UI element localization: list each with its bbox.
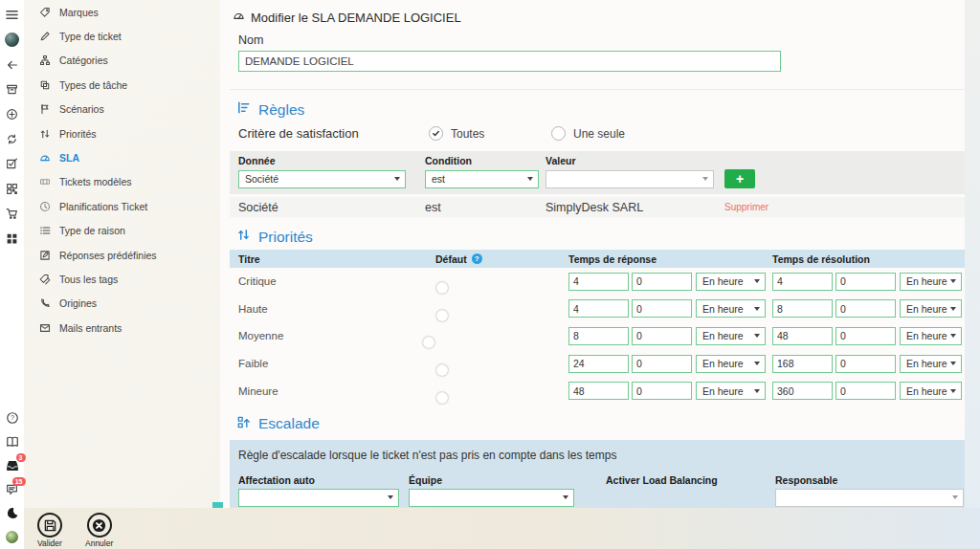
radio-option-une-seule[interactable]: Une seule — [551, 126, 674, 141]
name-input[interactable] — [238, 51, 781, 72]
clock-icon — [39, 201, 51, 212]
sidebar-item-priorit-s[interactable]: Priorités — [24, 121, 220, 145]
donnee-select[interactable]: Société — [238, 170, 406, 188]
inbox-icon[interactable]: 3 — [5, 458, 20, 472]
priorities-icon — [236, 228, 251, 246]
response-minutes-input[interactable] — [632, 327, 692, 345]
resolution-unit-select[interactable]: En heure — [900, 355, 962, 373]
edit-check-icon[interactable] — [5, 157, 20, 171]
radio-icon[interactable] — [551, 126, 566, 141]
apps-grid-icon[interactable] — [5, 231, 20, 246]
criteria-label: Critère de satisfaction — [238, 126, 429, 141]
sidebar-item-sla[interactable]: SLA — [24, 145, 220, 169]
ticket-icon — [39, 31, 51, 42]
response-unit-select[interactable]: En heure — [696, 299, 766, 318]
sidebar-item-tous-les-tags[interactable]: Tous les tags — [24, 267, 220, 291]
resolution-minutes-input[interactable] — [835, 273, 896, 291]
response-hours-input[interactable] — [568, 355, 629, 373]
add-rule-button[interactable] — [724, 169, 755, 188]
response-minutes-input[interactable] — [632, 355, 692, 373]
col-titre: Titre — [238, 253, 435, 265]
sidebar-item-label: Tickets modèles — [59, 176, 131, 187]
resolution-unit-select[interactable]: En heure — [900, 299, 962, 318]
rule-donnee: Société — [238, 201, 425, 214]
rules-icon — [236, 100, 251, 119]
sidebar-item-origines[interactable]: Origines — [24, 292, 220, 316]
admin-sidebar: Marques Type de ticket Catégories Types … — [24, 0, 220, 549]
resolution-minutes-input[interactable] — [835, 327, 896, 345]
knowledge-book-icon[interactable] — [5, 434, 20, 449]
radio-icon[interactable] — [429, 126, 443, 141]
response-minutes-input[interactable] — [632, 273, 692, 291]
resolution-unit-select[interactable]: En heure — [900, 382, 962, 400]
priorities-header-row: Titre Défaut Temps de réponse Temps de r… — [230, 250, 965, 268]
chat-icon[interactable]: 15 — [5, 482, 20, 496]
response-minutes-input[interactable] — [632, 382, 692, 400]
col-temps-reponse: Temps de réponse — [568, 253, 772, 265]
resolution-hours-input[interactable] — [772, 382, 833, 400]
priority-title: Mineure — [238, 385, 435, 397]
back-arrow-icon[interactable] — [5, 57, 20, 72]
validate-button[interactable]: Valider — [37, 513, 62, 549]
delete-rule-link[interactable]: Supprimer — [724, 202, 768, 212]
resolution-hours-input[interactable] — [772, 355, 833, 373]
valeur-select[interactable] — [546, 170, 714, 188]
chevron-down-icon — [754, 362, 760, 365]
response-unit-select[interactable]: En heure — [696, 382, 766, 400]
equipe-select[interactable] — [409, 489, 574, 507]
resolution-hours-input[interactable] — [772, 273, 833, 291]
sidebar-item-marques[interactable]: Marques — [24, 0, 220, 24]
resolution-hours-input[interactable] — [772, 327, 833, 345]
responsable-select[interactable] — [775, 489, 964, 507]
archive-icon[interactable] — [5, 82, 20, 97]
condition-select[interactable]: est — [425, 170, 539, 188]
cart-icon[interactable] — [5, 207, 20, 221]
sidebar-item-planifications-ticket[interactable]: Planifications Ticket — [24, 194, 220, 218]
response-hours-input[interactable] — [568, 382, 629, 400]
response-hours-input[interactable] — [568, 327, 629, 345]
affectation-auto-select[interactable] — [238, 489, 399, 507]
sidebar-item-label: Scénarios — [59, 103, 104, 115]
info-icon[interactable] — [472, 253, 482, 264]
sidebar-item-type-de-ticket[interactable]: Type de ticket — [24, 24, 220, 48]
sidebar-item-mails-entrants[interactable]: Mails entrants — [24, 316, 220, 340]
cancel-button[interactable]: Annuler — [85, 513, 113, 549]
escalade-section-heading: Escalade — [236, 415, 965, 433]
priority-row: Critique En heure En heure — [238, 268, 965, 296]
response-hours-input[interactable] — [568, 273, 629, 291]
sync-icon[interactable] — [5, 132, 20, 146]
response-unit-select[interactable]: En heure — [696, 327, 766, 345]
sidebar-item-r-ponses-pr-d-finies[interactable]: Réponses prédéfinies — [24, 243, 220, 267]
qr-code-icon[interactable] — [5, 182, 20, 196]
dark-mode-moon-icon[interactable] — [5, 506, 20, 520]
sidebar-item-label: Origines — [59, 297, 97, 309]
response-hours-input[interactable] — [568, 299, 629, 318]
logo-globe[interactable] — [5, 33, 20, 47]
resolution-minutes-input[interactable] — [835, 355, 896, 373]
sidebar-item-label: Types de tâche — [59, 79, 127, 91]
menu-icon[interactable] — [5, 8, 20, 22]
priority-row: Mineure En heure En heure — [238, 377, 965, 405]
priority-title: Faible — [238, 358, 435, 369]
resolution-unit-select[interactable]: En heure — [900, 327, 962, 345]
resolution-minutes-input[interactable] — [835, 382, 896, 400]
escalade-inputs-row — [238, 489, 965, 507]
sidebar-item-types-de-t-che[interactable]: Types de tâche — [24, 73, 220, 97]
escalade-description: Règle d'escalade lorsque le ticket n'est… — [238, 449, 965, 462]
col-responsable: Responsable — [775, 474, 965, 486]
sidebar-item-cat-gories[interactable]: Catégories — [24, 49, 220, 73]
response-unit-select[interactable]: En heure — [696, 355, 766, 373]
add-circle-icon[interactable] — [5, 107, 20, 121]
radio-option-toutes[interactable]: Toutes — [429, 126, 551, 141]
resolution-minutes-input[interactable] — [835, 299, 896, 318]
sidebar-item-tickets-mod-les[interactable]: Tickets modèles — [24, 170, 220, 194]
response-minutes-input[interactable] — [632, 299, 692, 318]
resolution-unit-select[interactable]: En heure — [900, 273, 962, 291]
sidebar-item-sc-narios[interactable]: Scénarios — [24, 98, 220, 121]
resolution-hours-input[interactable] — [772, 299, 833, 318]
sidebar-item-type-de-raison[interactable]: Type de raison — [24, 219, 220, 243]
rule-editor-row: Société est — [238, 169, 965, 188]
response-unit-select[interactable]: En heure — [696, 273, 766, 291]
help-bubble-icon[interactable]: ? — [5, 410, 20, 425]
user-avatar[interactable] — [5, 530, 20, 544]
